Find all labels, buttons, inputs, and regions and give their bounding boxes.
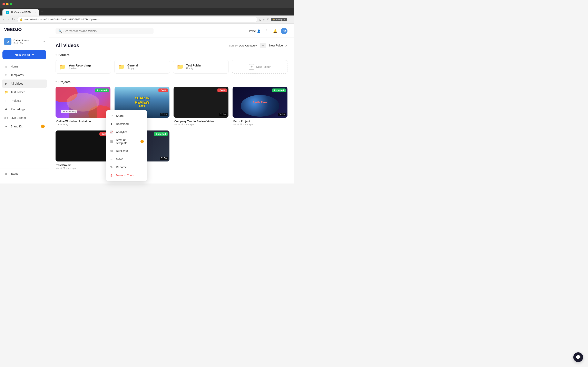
sidebar-item-projects[interactable]: ◫ Projects [2, 97, 47, 105]
video-info-test: Test Project about 22 hours ago ⋯ [56, 161, 111, 170]
folder-icon-test: 📁 [177, 63, 184, 70]
new-folder-button[interactable]: New Folder ↗ [269, 44, 287, 47]
all-videos-icon: ▶ [4, 82, 8, 86]
sidebar-item-home[interactable]: ⌂ Home [2, 62, 47, 71]
folder-card-test[interactable]: 📁 Test Folder Empty [173, 60, 229, 74]
folder-name-recordings: Your Recordings [69, 64, 91, 67]
search-input[interactable] [63, 29, 151, 33]
browser-tab-active[interactable]: V All Videos – VEED × [2, 9, 39, 16]
minimize-button[interactable] [6, 3, 9, 5]
search-bar[interactable]: 🔍 [56, 28, 154, 34]
video-title-company: Company Year in Review Video [174, 120, 214, 123]
sidebar-item-label-templates: Templates [11, 73, 24, 77]
move-trash-icon: 🗑 [109, 173, 113, 177]
context-menu-share[interactable]: ↗ Share [106, 112, 147, 120]
video-card-workshop[interactable]: This is a text box :) Exported Online Wo… [56, 87, 111, 126]
context-menu-move[interactable]: ↔ Move [106, 155, 147, 163]
sidebar-item-templates[interactable]: ⊞ Templates [2, 71, 47, 79]
folders-chevron-icon[interactable]: ▾ [56, 54, 57, 57]
folders-grid: 📁 Your Recordings 1 video 📁 General Empt… [56, 60, 287, 74]
video-duration-company: 02:08 [219, 113, 227, 116]
extension-icon[interactable]: ⧉ [267, 18, 269, 21]
recordings-icon: ⏺ [4, 107, 8, 111]
new-tab-button[interactable]: + [41, 10, 43, 14]
back-button[interactable]: ‹ [2, 17, 5, 22]
maximize-button[interactable] [10, 3, 12, 5]
sidebar-item-label-recordings: Recordings [11, 108, 25, 111]
sort-chevron-icon: ▾ [255, 44, 257, 47]
sidebar-item-brand-kit[interactable]: ✦ Brand Kit ! [2, 122, 47, 131]
logo-text: VEED.IO [4, 27, 22, 32]
notifications-button[interactable]: 🔔 [272, 28, 278, 34]
decor-circle-1 [56, 87, 78, 102]
video-more-button-year[interactable]: ⋯ [165, 120, 169, 124]
tab-title: All Videos – VEED [11, 11, 31, 14]
sidebar-item-trash[interactable]: 🗑 Trash [2, 170, 47, 178]
video-more-button-second[interactable]: ⋯ [165, 164, 169, 168]
sidebar-item-all-videos[interactable]: ▶ All Videos [2, 80, 47, 88]
templates-icon: ⊞ [4, 73, 8, 77]
user-avatar-sm[interactable]: A2 [281, 28, 287, 34]
menu-icon[interactable]: ⋮ [289, 18, 292, 21]
star-icon[interactable]: ☆ [263, 18, 266, 21]
folder-meta-recordings: 1 video [69, 67, 91, 70]
forward-button[interactable]: › [7, 17, 9, 22]
video-info-earth: Earth Project about 22 hours ago ⋯ [233, 118, 287, 126]
sort-value-button[interactable]: Date Created ▾ [239, 44, 257, 47]
video-time-company: about 17 hours ago [174, 123, 214, 125]
folder-card-general[interactable]: 📁 General Empty [114, 60, 170, 74]
context-menu-move-label: Move [116, 157, 123, 161]
share-icon: ↗ [109, 114, 113, 118]
new-video-label: New Video [15, 53, 30, 57]
video-card-test[interactable]: Draft Test Project about 22 hours ago ⋯ [56, 131, 111, 170]
close-button[interactable] [2, 3, 5, 5]
video-thumb-company: Draft 02:08 [173, 87, 228, 118]
video-more-button-earth[interactable]: ⋯ [283, 120, 287, 124]
context-menu-move-trash[interactable]: 🗑 Move to Trash [106, 171, 147, 179]
context-menu-share-label: Share [116, 114, 123, 117]
address-bar[interactable]: 🔒 veed.io/workspaces/22ce6d2f-38c5-4df1-… [17, 17, 258, 22]
context-menu: ↗ Share ⬇ Download 📈 Analytics ◫ Save as… [106, 110, 147, 181]
context-menu-analytics[interactable]: 📈 Analytics [106, 128, 147, 136]
sidebar-item-label-live-stream: Live Stream [11, 116, 26, 119]
new-folder-card[interactable]: + New Folder [232, 60, 287, 74]
sidebar-item-live-stream[interactable]: ((•)) Live Stream [2, 114, 47, 122]
context-menu-save-template[interactable]: ◫ Save as Template ! [106, 136, 147, 147]
context-menu-duplicate[interactable]: ⧉ Duplicate [106, 147, 147, 155]
video-badge-draft: Draft [158, 89, 168, 92]
context-menu-rename[interactable]: ✎ Rename [106, 163, 147, 171]
video-duration-earth: 00:25 [278, 113, 286, 116]
folder-card-recordings[interactable]: 📁 Your Recordings 1 video [56, 60, 111, 74]
projects-chevron-icon[interactable]: ▾ [56, 81, 57, 83]
cast-icon[interactable]: ⊙ [259, 18, 261, 21]
help-button[interactable]: ? [263, 28, 269, 34]
videos-grid: This is a text box :) Exported Online Wo… [56, 87, 287, 170]
sort-by: Sort By Date Created ▾ [229, 44, 257, 47]
earth-text: Earth Time [252, 101, 267, 104]
content-area: All Videos Sort By Date Created ▾ ≡ New … [49, 38, 294, 182]
trash-icon: 🗑 [4, 172, 8, 176]
video-card-company[interactable]: Draft 02:08 Company Year in Review Video… [173, 87, 228, 126]
list-view-button[interactable]: ≡ [260, 43, 266, 48]
video-card-earth[interactable]: Earth Time Exported 00:25 Earth Project … [233, 87, 287, 126]
video-time-workshop: 1 minute ago [56, 123, 91, 125]
context-menu-download[interactable]: ⬇ Download [106, 120, 147, 128]
brand-kit-icon: ✦ [4, 124, 8, 128]
sidebar-item-recordings[interactable]: ⏺ Recordings [2, 105, 47, 113]
avatar: D [4, 38, 11, 45]
tab-close-button[interactable]: × [34, 11, 36, 14]
video-more-button-company[interactable]: ⋯ [224, 120, 228, 124]
invite-button[interactable]: Invite 👤 [249, 29, 260, 33]
page-title: All Videos [56, 43, 79, 48]
projects-section-title-row: ▾ Projects [56, 80, 287, 83]
projects-section-title: Projects [58, 80, 70, 83]
user-section[interactable]: D Daisy Jonas Basic Plan ▾ [2, 36, 47, 47]
sidebar-item-test-folder[interactable]: 📁 Test Folder [2, 88, 47, 96]
folder-info-recordings: Your Recordings 1 video [69, 64, 91, 70]
video-title-workshop: Online Workshop Invitation [56, 120, 91, 123]
refresh-button[interactable]: ↻ [11, 17, 16, 22]
video-badge-exported-second: Exported [154, 132, 168, 136]
analytics-icon: 📈 [109, 130, 113, 134]
new-video-button[interactable]: New Video + [2, 50, 46, 59]
video-info-workshop: Online Workshop Invitation 1 minute ago … [56, 118, 111, 126]
